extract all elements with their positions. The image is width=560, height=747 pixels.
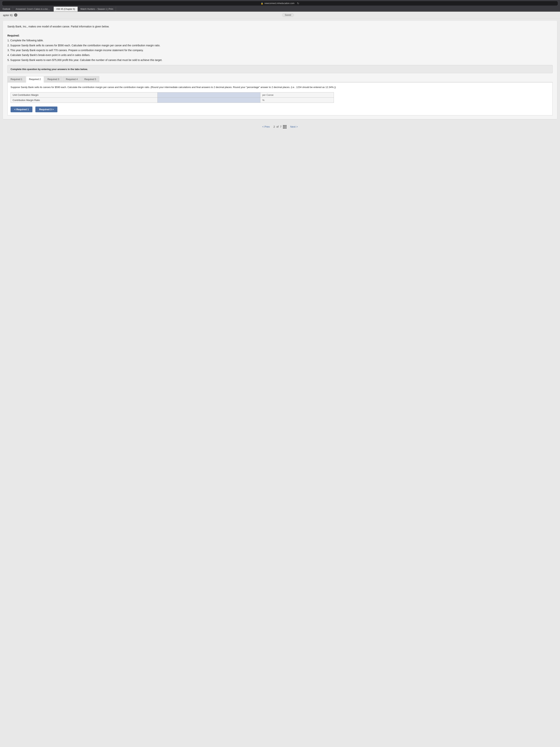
tab-hw5[interactable]: HW #5 (Chapter 6) [54,7,78,11]
table-row: Contribution Margin Ratio % [11,98,334,103]
tab-description: Suppose Sandy Bank sells its canoes for … [10,85,550,89]
main-card: Sandy Bank, Inc., makes one model of woo… [3,21,557,119]
step-1: 1. Complete the following table. [7,38,553,43]
current-page: 2 [273,125,275,128]
next-required-button[interactable]: Required 3 > [35,106,57,112]
row2-input-cell[interactable] [158,98,260,103]
tab-required-5[interactable]: Required 5 [81,76,99,82]
total-pages: 7 [280,125,282,128]
required-label: Required: [7,34,20,37]
step-5: 5. Suppose Sandy Bank wants to earn $75,… [7,58,553,62]
tab-required-2[interactable]: Required 2 [26,76,44,82]
bottom-pagination: < Prev 2 of 7 Next > [0,121,560,132]
lock-icon: 🔒 [261,2,263,5]
step-4: 4. Calculate Sandy Bank's break-even poi… [7,53,553,57]
contribution-margin-ratio-input[interactable] [159,99,258,102]
page-info: 2 of 7 [273,125,287,129]
problem-intro: Sandy Bank, Inc., makes one model of woo… [7,24,553,28]
instruction-box: Complete this question by entering your … [7,65,553,73]
tab-required-3[interactable]: Required 3 [44,76,62,82]
step-3: 3. This year Sandy Bank expects to sell … [7,48,553,52]
saved-badge: Saved [282,13,294,17]
nav-buttons: < Required 1 Required 3 > [10,106,550,112]
content-area: apter 6) i Saved Sandy Bank, Inc., makes… [0,12,560,747]
url-text: newconnect.mheducation.com [264,2,294,5]
tab-outlook[interactable]: Outlook [0,7,13,11]
tab-required-4[interactable]: Required 4 [63,76,81,82]
tab-answered[interactable]: Answered: Cove's Cakes is a local bakery… [13,7,54,11]
browser-tab-bar: Outlook Answered: Cove's Cakes is a loca… [0,7,560,12]
page-header: apter 6) i Saved [0,12,560,19]
next-page-button[interactable]: Next > [290,125,298,128]
row2-label: Contribution Margin Ratio [11,98,158,103]
tabs-container: Required 1 Required 2 Required 3 Require… [7,76,553,82]
table-row: Unit Contribution Margin per Canoe [11,92,334,98]
prev-required-button[interactable]: < Required 1 [10,106,32,112]
info-icon[interactable]: i [14,14,18,17]
page-title: apter 6) [3,14,12,17]
grid-icon[interactable] [283,125,287,129]
page-separator: of [276,125,279,128]
address-bar[interactable]: 🔒 newconnect.mheducation.com ↻ [2,1,558,5]
instruction-text: Complete this question by entering your … [10,68,88,71]
unit-contribution-margin-input[interactable] [159,94,258,96]
step-2: 2. Suppose Sandy Bank sells its canoes f… [7,43,553,47]
row1-unit: per Canoe [260,92,334,98]
tab-watch[interactable]: Watch Hunters – Season 1 | Prim [78,7,116,11]
prev-page-button[interactable]: < Prev [262,125,270,128]
refresh-button[interactable]: ↻ [297,2,299,5]
row1-input-cell[interactable] [158,92,260,98]
tab-required-1[interactable]: Required 1 [7,76,26,82]
browser-chrome: 🔒 newconnect.mheducation.com ↻ [0,0,560,7]
row1-label: Unit Contribution Margin [11,92,158,98]
row2-unit: % [260,98,334,103]
tab-content: Suppose Sandy Bank sells its canoes for … [7,82,553,115]
input-table: Unit Contribution Margin per Canoe Contr… [10,92,334,103]
problem-text: Sandy Bank, Inc., makes one model of woo… [7,24,553,62]
